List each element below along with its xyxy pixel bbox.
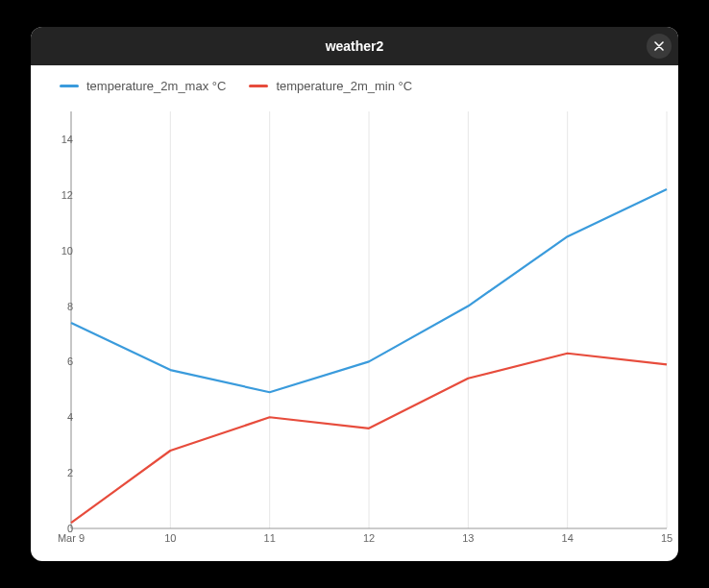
x-tick-label: Mar 9 bbox=[58, 532, 85, 544]
plot-region: 02468101214 Mar 9101112131415 bbox=[54, 111, 667, 546]
window-title: weather2 bbox=[326, 38, 384, 54]
x-tick-label: 12 bbox=[363, 532, 375, 544]
chart-area: temperature_2m_max °C temperature_2m_min… bbox=[31, 65, 678, 561]
x-tick-label: 11 bbox=[264, 532, 276, 544]
y-tick-label: 8 bbox=[44, 301, 73, 312]
x-tick-label: 15 bbox=[661, 532, 672, 544]
y-tick-label: 2 bbox=[44, 467, 73, 478]
titlebar: weather2 bbox=[31, 27, 678, 65]
gridlines bbox=[71, 111, 667, 528]
x-tick-label: 14 bbox=[562, 532, 574, 544]
legend-swatch-max bbox=[60, 85, 79, 87]
plot-svg bbox=[54, 111, 667, 546]
legend-label-min: temperature_2m_min °C bbox=[276, 79, 412, 93]
legend-item-max: temperature_2m_max °C bbox=[60, 79, 226, 93]
y-tick-label: 12 bbox=[44, 189, 73, 201]
app-window: weather2 temperature_2m_max °C temperatu… bbox=[31, 27, 678, 561]
close-button[interactable] bbox=[647, 34, 672, 59]
x-tick-label: 10 bbox=[164, 532, 176, 544]
legend: temperature_2m_max °C temperature_2m_min… bbox=[60, 79, 412, 93]
legend-item-min: temperature_2m_min °C bbox=[249, 79, 412, 93]
legend-label-max: temperature_2m_max °C bbox=[86, 79, 226, 93]
y-tick-label: 14 bbox=[44, 134, 73, 145]
y-tick-label: 10 bbox=[44, 245, 73, 257]
legend-swatch-min bbox=[249, 85, 268, 87]
x-tick-label: 13 bbox=[462, 532, 474, 544]
y-tick-label: 6 bbox=[44, 355, 73, 367]
close-icon bbox=[654, 38, 664, 54]
y-tick-label: 4 bbox=[44, 411, 73, 423]
